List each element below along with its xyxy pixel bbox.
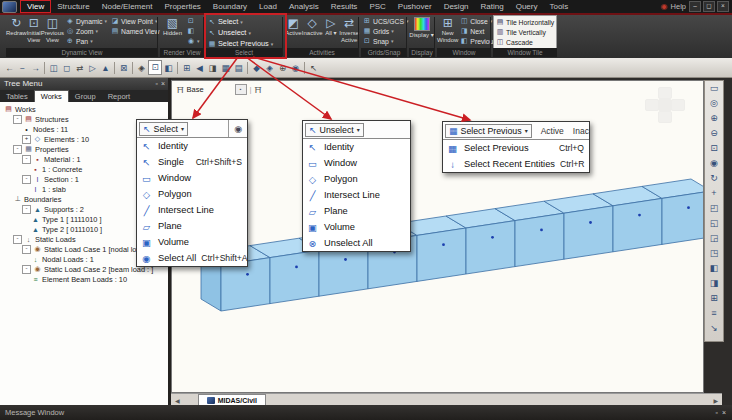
solid-element-face[interactable] <box>564 206 613 259</box>
grid-toggle-icon[interactable]: ⊡ <box>148 60 162 75</box>
redraw-button[interactable]: ↻Redraw <box>6 16 27 37</box>
list-icon[interactable]: ≡ <box>707 306 721 321</box>
zoom-out-icon[interactable]: ⊖ <box>707 126 721 141</box>
menu-item-select-recent-entities[interactable]: ↓Select Recent EntitiesCtrl+R <box>443 156 589 172</box>
pick-cursor-icon[interactable]: ↖ <box>307 61 320 75</box>
grids-button[interactable]: ▦Grids▾ <box>361 26 410 36</box>
view-point-button[interactable]: ◪View Point▾ <box>109 16 161 26</box>
all-button[interactable]: ▷All ▾ <box>323 16 340 37</box>
tree-item-works[interactable]: ▤Works <box>2 104 168 114</box>
view-front-icon[interactable]: ◲ <box>707 231 721 246</box>
menu-item-select-previous[interactable]: ▦Select PreviousCtrl+Q <box>443 140 589 156</box>
tab-design[interactable]: Design <box>438 0 475 13</box>
expander-icon[interactable]: - <box>13 235 22 244</box>
menu-item-volume[interactable]: ▣Volume <box>303 219 410 235</box>
mesh-icon[interactable]: ▦ <box>219 61 232 75</box>
tab-rating[interactable]: Rating <box>475 0 510 13</box>
render-box-button[interactable]: ⊡ <box>185 16 202 26</box>
forward-icon[interactable]: → <box>29 61 42 75</box>
inverse-active-button[interactable]: ⇄Inverse Active <box>339 16 359 43</box>
previous-view-button[interactable]: ◫Previous View <box>41 16 64 43</box>
expander-icon[interactable]: - <box>22 265 31 274</box>
cascade-button[interactable]: ◫Cascade <box>494 37 556 47</box>
menu-item-polygon[interactable]: ◇Polygon <box>137 186 247 202</box>
pin-icon[interactable]: ▫ <box>715 409 717 416</box>
tree-tab-works[interactable]: Works <box>34 90 69 102</box>
help-gear-icon[interactable]: ◉ <box>661 2 668 11</box>
tab-pushover[interactable]: Pushover <box>392 0 438 13</box>
menu-item-identity[interactable]: ↖Identity <box>137 138 247 154</box>
split-window-icon[interactable]: ◨ <box>206 61 219 75</box>
zoom-button[interactable]: ◎Zoom▾ <box>64 26 109 36</box>
menu-item-plane[interactable]: ▱Plane <box>303 203 410 219</box>
solid-element-face[interactable] <box>417 228 466 281</box>
tab-tools[interactable]: Tools <box>543 0 574 13</box>
view-side-icon[interactable]: ◳ <box>707 246 721 261</box>
maximize-icon[interactable]: ◻ <box>703 1 715 12</box>
new-view-icon[interactable]: ⊞ <box>707 291 721 306</box>
tab-scroll-left-icon[interactable]: ◀ <box>171 397 184 404</box>
menu-item-intersect-line[interactable]: ╱Intersect Line <box>137 202 247 218</box>
expander-icon[interactable]: - <box>22 245 31 254</box>
table-icon[interactable]: ▤ <box>232 61 245 75</box>
view-top-icon[interactable]: ◱ <box>707 216 721 231</box>
inactive-button[interactable]: ◇Inactive <box>302 16 323 37</box>
rotate-icon[interactable]: ↻ <box>707 171 721 186</box>
element-swap-icon[interactable]: ⇄ <box>73 61 86 75</box>
peak-icon[interactable]: ▲ <box>99 61 112 75</box>
gem-icon[interactable]: ◈ <box>263 61 276 75</box>
tree-tab-tables[interactable]: Tables <box>0 91 34 102</box>
view-left-icon[interactable]: ◧ <box>707 261 721 276</box>
pan-button[interactable]: ⊕Pan▾ <box>64 36 109 46</box>
select-button[interactable]: ↖Select▾ <box>206 16 275 27</box>
walk-icon[interactable]: ↘ <box>707 321 721 336</box>
expander-icon[interactable]: - <box>22 155 31 164</box>
menu-item-polygon[interactable]: ◇Polygon <box>303 171 410 187</box>
menu-item-intersect-line[interactable]: ╱Intersect Line <box>303 187 410 203</box>
solid-element-face[interactable] <box>515 213 564 266</box>
back-icon[interactable]: ← <box>3 61 16 75</box>
solid-element-face[interactable] <box>466 221 515 274</box>
tree-item-element-beam-loads-10[interactable]: ≡Element Beam Loads : 10 <box>2 274 168 284</box>
zoom-window-icon[interactable]: ◎ <box>707 96 721 111</box>
display-button[interactable]: Display ▾ <box>409 16 434 39</box>
tab-analysis[interactable]: Analysis <box>283 0 325 13</box>
tab-node-element[interactable]: Node/Element <box>96 0 159 13</box>
menu-item-select-all[interactable]: ◉Select AllCtrl+Shift+A <box>137 250 247 266</box>
select-window-icon[interactable]: ▭ <box>707 81 721 96</box>
minimize-icon[interactable]: – <box>689 1 701 12</box>
expander-icon[interactable]: + <box>22 135 31 144</box>
tab-view[interactable]: View <box>20 0 51 13</box>
menu-item-plane[interactable]: ▱Plane <box>137 218 247 234</box>
tree-tab-group[interactable]: Group <box>69 91 102 102</box>
material-icon[interactable]: ◈ <box>135 61 148 75</box>
menu-item-unselect-all[interactable]: ⊗Unselect All <box>303 235 410 251</box>
render-shade-button[interactable]: ◧ <box>185 26 202 36</box>
tile-vertically-button[interactable]: ▥Tile Vertically <box>494 27 556 37</box>
tab-properties[interactable]: Properties <box>158 0 206 13</box>
solid-element-face[interactable] <box>270 250 319 303</box>
expander-icon[interactable]: - <box>13 115 22 124</box>
solid-beam-model[interactable] <box>172 81 703 392</box>
zoom-in-icon[interactable]: ⊕ <box>707 111 721 126</box>
menu-item-identity[interactable]: ↖Identity <box>303 139 410 155</box>
close-icon[interactable]: × <box>722 409 726 416</box>
node-table-icon[interactable]: ◻ <box>60 61 73 75</box>
pin-icon[interactable]: ▫ <box>155 77 157 90</box>
view-right-icon[interactable]: ◨ <box>707 276 721 291</box>
dash-icon[interactable]: − <box>16 61 29 75</box>
initial-view-button[interactable]: ⊡Initial View <box>27 16 41 43</box>
tab-boundary[interactable]: Boundary <box>207 0 253 13</box>
node-create-icon[interactable]: ◫ <box>47 61 60 75</box>
active-button[interactable]: ◩Active <box>285 16 302 37</box>
ucs-icon[interactable]: ⊞ <box>180 61 193 75</box>
tree-tab-report[interactable]: Report <box>102 91 137 102</box>
pan-icon[interactable]: + <box>707 186 721 201</box>
zoom-fit-icon[interactable]: ⊡ <box>707 141 721 156</box>
close-icon[interactable]: × <box>161 77 165 90</box>
unselect-button[interactable]: ↖Unselect▾ <box>206 27 275 38</box>
close-icon[interactable]: × <box>717 1 729 12</box>
delete-icon[interactable]: ⊠ <box>117 61 130 75</box>
select-button[interactable]: ↖Select▾ <box>139 122 188 136</box>
solid-element-face[interactable] <box>613 198 662 251</box>
